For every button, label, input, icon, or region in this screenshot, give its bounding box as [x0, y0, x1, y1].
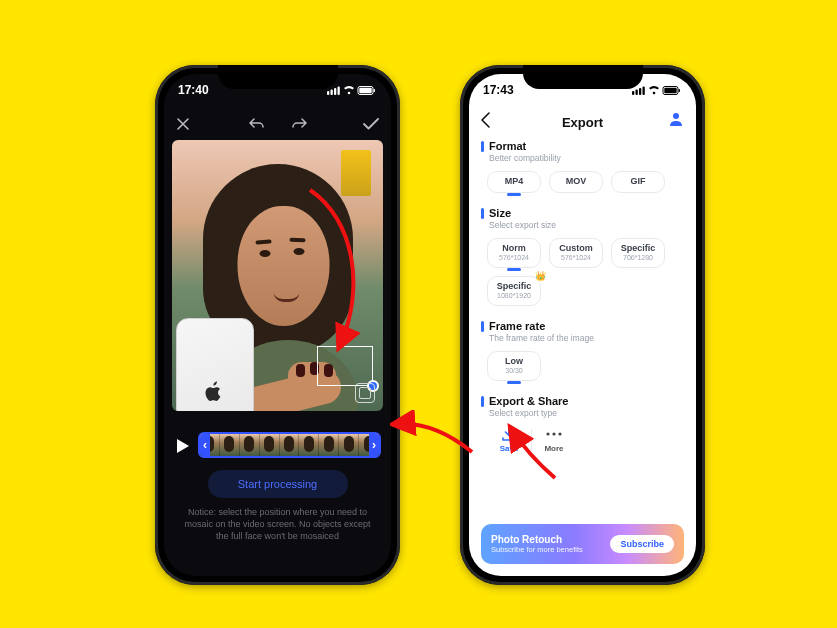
svg-rect-14 [664, 87, 676, 92]
format-option-mov[interactable]: MOV [549, 171, 603, 193]
svg-point-4 [348, 91, 351, 94]
status-indicators [632, 85, 682, 96]
trim-handle-left[interactable]: ‹ [200, 434, 210, 456]
section-subtitle: Better compatibility [481, 153, 684, 163]
svg-rect-6 [359, 87, 371, 92]
confirm-icon[interactable] [363, 118, 379, 130]
export-phone: 17:43 Export Format Better compatibility… [460, 65, 705, 585]
export-header: Export [469, 108, 696, 136]
section-title: Format [481, 140, 684, 152]
promo-title: Photo Retouch [491, 534, 583, 545]
section-title: Size [481, 207, 684, 219]
svg-rect-1 [331, 89, 333, 95]
size-option-custom[interactable]: Custom576*1024 [549, 238, 603, 268]
section-subtitle: Select export type [481, 408, 684, 418]
held-phone [176, 318, 254, 411]
size-option-specific-720[interactable]: Specific706*1280 [611, 238, 665, 268]
user-icon[interactable] [668, 111, 684, 131]
format-option-mp4[interactable]: MP4 [487, 171, 541, 193]
annotation-arrow-timeline [390, 410, 480, 460]
trim-handle-right[interactable]: › [369, 434, 379, 456]
svg-rect-7 [374, 89, 376, 92]
size-option-norm[interactable]: Norm576*1024 [487, 238, 541, 268]
back-icon[interactable] [481, 112, 490, 132]
section-subtitle: The frame rate of the image [481, 333, 684, 343]
undo-icon[interactable] [249, 117, 265, 131]
section-framerate: Frame rate The frame rate of the image L… [481, 320, 684, 381]
svg-point-12 [653, 91, 656, 94]
section-title: Export & Share [481, 395, 684, 407]
section-format: Format Better compatibility MP4 MOV GIF [481, 140, 684, 193]
subscribe-promo: Photo Retouch Subscribe for more benefit… [481, 524, 684, 564]
svg-rect-15 [679, 89, 681, 92]
close-icon[interactable] [176, 117, 190, 131]
status-time: 17:40 [178, 83, 209, 97]
notch [218, 65, 338, 89]
svg-rect-0 [327, 91, 329, 95]
export-screen: 17:43 Export Format Better compatibility… [469, 74, 696, 576]
notch [523, 65, 643, 89]
play-icon[interactable] [176, 438, 190, 458]
premium-crown-icon: 👑 [535, 271, 546, 281]
redo-icon[interactable] [291, 117, 307, 131]
svg-rect-8 [632, 91, 634, 95]
framerate-option-low[interactable]: Low30/30 [487, 351, 541, 381]
export-body: Format Better compatibility MP4 MOV GIF … [469, 140, 696, 566]
size-option-specific-1080[interactable]: 👑Specific1080*1920 [487, 276, 541, 306]
annotation-arrow-save [500, 420, 570, 490]
section-title: Frame rate [481, 320, 684, 332]
subscribe-button[interactable]: Subscribe [610, 535, 674, 553]
crop-icon[interactable] [355, 383, 375, 403]
status-time: 17:43 [483, 83, 514, 97]
svg-point-16 [673, 113, 679, 119]
editor-toolbar [164, 108, 391, 140]
section-size: Size Select export size Norm576*1024 Cus… [481, 207, 684, 306]
svg-rect-2 [334, 88, 336, 95]
promo-subtitle: Subscribe for more benefits [491, 545, 583, 554]
video-timeline[interactable]: ‹ › [198, 432, 381, 458]
svg-rect-10 [639, 88, 641, 95]
section-subtitle: Select export size [481, 220, 684, 230]
format-option-gif[interactable]: GIF [611, 171, 665, 193]
status-indicators [327, 85, 377, 96]
svg-rect-3 [338, 86, 340, 95]
notice-text: Notice: select the position where you ne… [180, 506, 375, 542]
start-processing-button[interactable]: Start processing [208, 470, 348, 498]
svg-rect-11 [643, 86, 645, 95]
page-title: Export [562, 115, 603, 130]
annotation-arrow-selection [300, 180, 390, 370]
apple-logo-icon [205, 381, 223, 403]
svg-rect-9 [636, 89, 638, 95]
